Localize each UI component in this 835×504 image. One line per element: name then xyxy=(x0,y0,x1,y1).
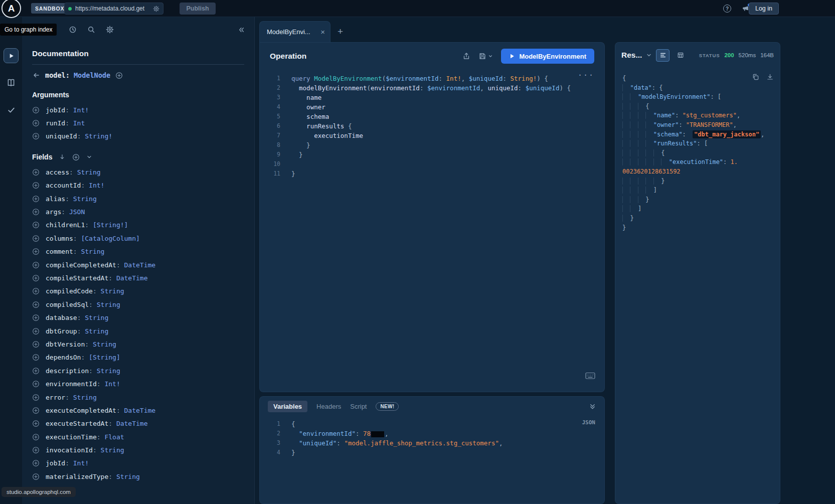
doc-field-row[interactable]: alias: String xyxy=(32,192,244,205)
type-link[interactable]: String xyxy=(116,473,140,480)
publish-button[interactable]: Publish xyxy=(180,3,216,15)
share-operation-button[interactable] xyxy=(462,52,470,60)
endpoint-input[interactable]: https://metadata.cloud.get xyxy=(64,3,163,15)
code-line[interactable]: 1{ xyxy=(260,419,604,429)
copy-response-icon[interactable] xyxy=(752,73,759,81)
doc-field-row[interactable]: environmentId: Int! xyxy=(32,377,244,390)
type-link[interactable]: Int xyxy=(73,119,85,127)
type-link[interactable]: String xyxy=(101,446,124,454)
apollo-logo[interactable]: A xyxy=(2,0,21,18)
doc-field-row[interactable]: compiledSql: String xyxy=(32,298,244,311)
code-line[interactable]: 3 name xyxy=(260,93,604,102)
back-icon[interactable] xyxy=(32,71,40,79)
doc-field-row[interactable]: compiledCode: String xyxy=(32,285,244,298)
add-field-icon[interactable] xyxy=(32,208,40,216)
rail-schema-button[interactable] xyxy=(4,75,19,90)
type-link[interactable]: DateTime xyxy=(124,407,156,414)
login-button[interactable]: Log in xyxy=(749,3,779,15)
type-link[interactable]: String xyxy=(73,195,97,203)
code-line[interactable]: 10 xyxy=(260,159,604,169)
type-link[interactable]: [CatalogColumn] xyxy=(81,235,139,242)
close-tab-icon[interactable]: × xyxy=(320,28,325,36)
type-link[interactable]: [String] xyxy=(89,354,120,361)
add-field-icon[interactable] xyxy=(32,261,40,269)
add-field-icon[interactable] xyxy=(32,420,40,427)
code-line[interactable]: 7 executionTime xyxy=(260,131,604,140)
run-operation-button[interactable]: ModelByEnvironment xyxy=(501,49,594,64)
new-tab-icon[interactable]: + xyxy=(338,27,343,36)
doc-field-row[interactable]: description: String xyxy=(32,364,244,377)
keyboard-shortcuts-icon[interactable] xyxy=(585,372,595,380)
type-link[interactable]: String xyxy=(85,327,108,335)
operation-editor[interactable]: 1query ModelByEnvironment($environmentId… xyxy=(260,70,604,179)
doc-field-row[interactable]: dbtGroup: String xyxy=(32,324,244,338)
type-link[interactable]: String xyxy=(81,248,104,255)
code-line[interactable]: "name": "stg_customers", xyxy=(622,111,773,120)
add-field-icon[interactable] xyxy=(32,407,40,414)
chevron-down-icon[interactable] xyxy=(86,154,92,160)
type-link[interactable]: String xyxy=(93,341,116,348)
add-field-icon[interactable] xyxy=(32,367,40,375)
type-link[interactable]: JSON xyxy=(69,208,85,216)
code-line[interactable]: "modelByEnvironment": [ xyxy=(622,92,773,102)
code-line[interactable]: 2 "environmentId": 78, xyxy=(260,429,604,438)
add-field-icon[interactable] xyxy=(32,380,40,388)
type-link[interactable]: String! xyxy=(85,132,112,140)
add-field-icon[interactable] xyxy=(32,314,40,321)
add-field-icon[interactable] xyxy=(32,301,40,308)
doc-field-row[interactable]: invocationId: String xyxy=(32,443,244,456)
doc-field-row[interactable]: materializedType: String xyxy=(32,470,244,483)
type-link[interactable]: String xyxy=(101,287,124,295)
add-field-icon[interactable] xyxy=(32,132,40,140)
type-link[interactable]: Int! xyxy=(73,106,89,114)
doc-field-row[interactable]: accountId: Int! xyxy=(32,179,244,192)
type-link[interactable]: Int! xyxy=(104,380,120,388)
rail-explorer-button[interactable] xyxy=(4,48,19,63)
help-icon[interactable]: ? xyxy=(723,5,731,13)
collapse-sidebar-icon[interactable] xyxy=(238,26,245,34)
settings-icon[interactable] xyxy=(106,26,114,34)
add-field-icon[interactable] xyxy=(32,221,40,229)
add-field-icon[interactable] xyxy=(32,235,40,242)
code-line[interactable]: } xyxy=(622,177,773,186)
code-line[interactable]: 2 modelByEnvironment(environmentId: $env… xyxy=(260,83,604,93)
response-raw-view-button[interactable] xyxy=(656,49,670,62)
code-line[interactable]: 11} xyxy=(260,169,604,179)
type-link[interactable]: String xyxy=(73,394,97,401)
code-line[interactable]: "runResults": [ xyxy=(622,139,773,148)
type-link[interactable]: String xyxy=(77,169,101,176)
code-line[interactable]: { xyxy=(622,102,773,111)
type-link[interactable]: String xyxy=(97,301,120,308)
type-link[interactable]: String xyxy=(97,367,120,375)
type-link[interactable]: Int! xyxy=(73,459,89,467)
code-line[interactable]: 5 schema xyxy=(260,112,604,121)
add-field-icon[interactable] xyxy=(32,433,40,441)
doc-field-row[interactable]: executionTime: Float xyxy=(32,430,244,443)
variables-tab-headers[interactable]: Headers xyxy=(316,403,341,410)
code-line[interactable]: { xyxy=(622,148,773,158)
doc-field-row[interactable]: database: String xyxy=(32,311,244,324)
code-line[interactable]: } xyxy=(622,223,773,233)
code-line[interactable]: 6 runResults { xyxy=(260,121,604,131)
doc-field-row[interactable]: compileCompletedAt: DateTime xyxy=(32,258,244,271)
doc-field-row[interactable]: jobId: Int! xyxy=(32,457,244,470)
add-field-icon[interactable] xyxy=(32,473,40,480)
doc-field-row[interactable]: columns: [CatalogColumn] xyxy=(32,232,244,245)
doc-field-row[interactable]: executeCompletedAt: DateTime xyxy=(32,404,244,417)
operation-tab[interactable]: ModelByEnvi... × xyxy=(259,21,330,42)
download-response-icon[interactable] xyxy=(766,73,774,81)
code-line[interactable]: ] xyxy=(622,204,773,214)
doc-field-row[interactable]: jobId: Int! xyxy=(32,103,244,116)
add-field-icon[interactable] xyxy=(32,287,40,295)
code-line[interactable]: "schema": "dbt_mary_jackson", xyxy=(622,130,773,139)
code-line[interactable]: ] xyxy=(622,186,773,195)
code-line[interactable]: } xyxy=(622,214,773,223)
doc-field-row[interactable]: error: String xyxy=(32,391,244,404)
code-line[interactable]: 4} xyxy=(260,448,604,457)
code-line[interactable]: 4 owner xyxy=(260,102,604,112)
code-line[interactable]: "executionTime": 1. xyxy=(622,157,773,167)
variables-tab-script[interactable]: Script xyxy=(350,403,367,410)
code-line[interactable]: "owner": "TRANSFORMER", xyxy=(622,120,773,130)
endpoint-settings-icon[interactable] xyxy=(153,6,159,12)
type-link[interactable]: [String!] xyxy=(93,221,128,229)
